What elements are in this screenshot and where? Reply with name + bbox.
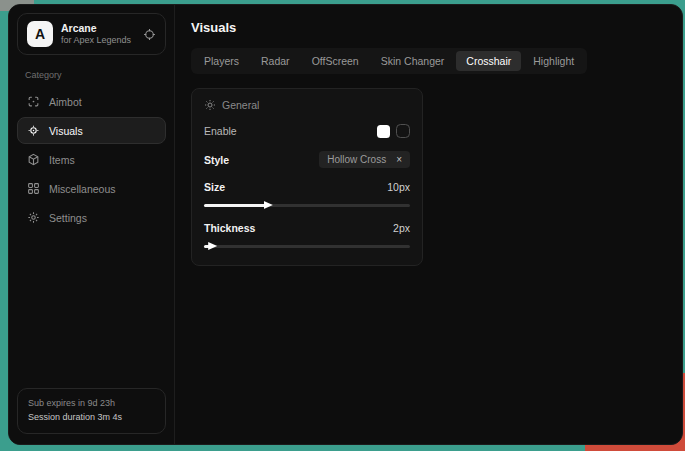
box-icon bbox=[26, 153, 40, 166]
sidebar-item-label: Aimbot bbox=[49, 96, 82, 108]
thickness-slider[interactable] bbox=[204, 242, 410, 250]
thickness-label: Thickness bbox=[204, 222, 255, 234]
size-slider[interactable] bbox=[204, 201, 410, 209]
logo-text: Arcane for Apex Legends bbox=[61, 22, 135, 46]
tab-skin-changer[interactable]: Skin Changer bbox=[371, 51, 455, 71]
page-title: Visuals bbox=[191, 20, 666, 35]
clear-icon[interactable]: × bbox=[396, 155, 402, 165]
sun-settings-icon bbox=[204, 99, 216, 111]
app-title: Arcane bbox=[61, 22, 135, 35]
sub-expires-text: Sub expires in 9d 23h bbox=[28, 397, 155, 411]
tab-players[interactable]: Players bbox=[194, 51, 249, 71]
grid-icon bbox=[26, 182, 40, 195]
thickness-row: Thickness 2px bbox=[204, 222, 410, 234]
target-icon bbox=[26, 95, 40, 108]
sidebar-item-label: Items bbox=[49, 154, 75, 166]
size-value: 10px bbox=[387, 181, 410, 193]
eye-scan-icon bbox=[26, 124, 40, 137]
tab-crosshair[interactable]: Crosshair bbox=[456, 51, 521, 71]
panel-header: General bbox=[204, 99, 410, 111]
app-logo: A bbox=[27, 21, 53, 47]
thickness-value: 2px bbox=[393, 222, 410, 234]
session-duration-text: Session duration 3m 4s bbox=[28, 411, 155, 425]
size-row: Size 10px bbox=[204, 181, 410, 193]
sidebar-item-label: Miscellaneous bbox=[49, 183, 116, 195]
tab-radar[interactable]: Radar bbox=[251, 51, 300, 71]
tab-offscreen[interactable]: OffScreen bbox=[302, 51, 369, 71]
slider-thumb[interactable] bbox=[264, 201, 273, 209]
size-label: Size bbox=[204, 181, 225, 193]
general-panel: General Enable Style Hollow Cross × Size… bbox=[191, 88, 423, 266]
visuals-tabbar: Players Radar OffScreen Skin Changer Cro… bbox=[191, 48, 587, 74]
sidebar-item-items[interactable]: Items bbox=[17, 146, 166, 173]
enable-checkbox[interactable] bbox=[396, 124, 410, 138]
panel-header-label: General bbox=[222, 99, 259, 111]
sidebar-item-miscellaneous[interactable]: Miscellaneous bbox=[17, 175, 166, 202]
enable-row: Enable bbox=[204, 124, 410, 138]
main-content: Visuals Players Radar OffScreen Skin Cha… bbox=[175, 5, 682, 444]
gear-icon bbox=[26, 211, 40, 224]
slider-fill bbox=[204, 204, 266, 208]
sidebar-item-visuals[interactable]: Visuals bbox=[17, 117, 166, 144]
sidebar: A Arcane for Apex Legends Category Aimbo bbox=[9, 5, 175, 444]
tab-highlight[interactable]: Highlight bbox=[523, 51, 584, 71]
sidebar-item-label: Settings bbox=[49, 212, 87, 224]
subscription-info-card: Sub expires in 9d 23h Session duration 3… bbox=[17, 388, 166, 434]
sidebar-item-aimbot[interactable]: Aimbot bbox=[17, 88, 166, 115]
color-swatch[interactable] bbox=[377, 125, 390, 138]
logo-card: A Arcane for Apex Legends bbox=[17, 13, 166, 55]
style-value: Hollow Cross bbox=[327, 154, 386, 165]
category-label: Category bbox=[25, 70, 166, 80]
slider-thumb[interactable] bbox=[208, 242, 217, 250]
sidebar-item-settings[interactable]: Settings bbox=[17, 204, 166, 231]
style-row: Style Hollow Cross × bbox=[204, 151, 410, 168]
sidebar-item-label: Visuals bbox=[49, 125, 83, 137]
app-subtitle: for Apex Legends bbox=[61, 35, 135, 46]
crosshair-icon[interactable] bbox=[143, 28, 156, 41]
slider-track bbox=[204, 245, 410, 248]
enable-label: Enable bbox=[204, 125, 237, 137]
style-label: Style bbox=[204, 154, 229, 166]
app-window: A Arcane for Apex Legends Category Aimbo bbox=[8, 4, 683, 445]
style-select[interactable]: Hollow Cross × bbox=[319, 151, 410, 168]
